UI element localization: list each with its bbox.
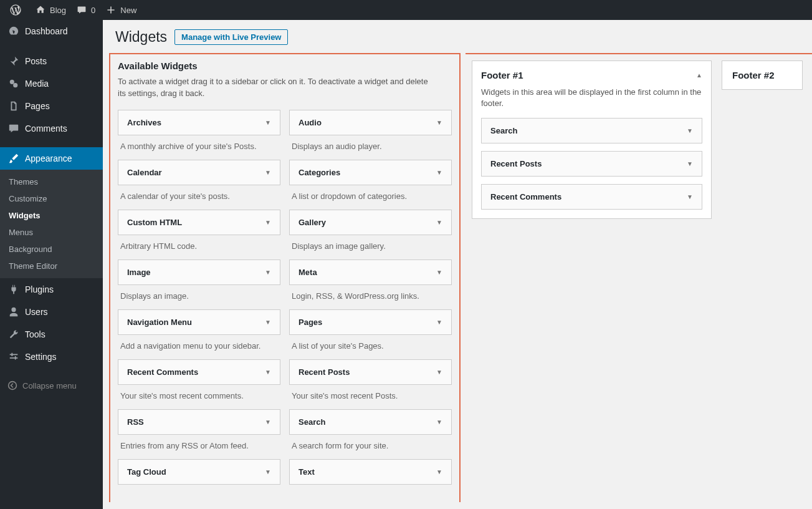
svg-point-0: [9, 382, 17, 390]
widget-title: Recent Comments: [490, 192, 561, 201]
submenu-background[interactable]: Background: [0, 241, 103, 258]
pages-icon: [7, 100, 20, 112]
widget-archives[interactable]: Archives▼: [118, 110, 280, 135]
footer2-title: Footer #2: [732, 70, 775, 80]
widget-desc: Login, RSS, & WordPress.org links.: [289, 285, 452, 309]
submenu-customize[interactable]: Customize: [0, 190, 103, 207]
new-label: New: [120, 6, 136, 15]
wp-logo-menu[interactable]: [5, 0, 30, 20]
widget-title: Calendar: [127, 168, 162, 177]
wrench-icon: [7, 328, 20, 341]
live-preview-button[interactable]: Manage with Live Preview: [174, 29, 288, 45]
menu-label: Tools: [25, 329, 45, 339]
chevron-down-icon: ▼: [436, 169, 442, 176]
widget-custom-html[interactable]: Custom HTML▼: [118, 210, 280, 235]
plus-icon: [105, 4, 117, 16]
widget-recent-posts[interactable]: Recent Posts▼: [289, 359, 452, 385]
comments-link[interactable]: 0: [71, 0, 100, 20]
chevron-up-icon: ▲: [696, 72, 702, 79]
sliders-icon: [7, 351, 20, 363]
footer1-desc: Widgets in this area will be displayed i…: [481, 87, 702, 109]
media-icon: [7, 77, 20, 90]
widget-pages[interactable]: Pages▼: [289, 309, 452, 335]
widget-desc: Entries from any RSS or Atom feed.: [118, 435, 280, 459]
submenu-widgets[interactable]: Widgets: [0, 207, 103, 224]
footer2-area[interactable]: Footer #2: [722, 61, 803, 90]
widget-title: Categories: [299, 168, 340, 177]
widget-title: Image: [127, 268, 151, 277]
chevron-down-icon: ▼: [436, 119, 442, 126]
menu-pages[interactable]: Pages: [0, 95, 103, 117]
menu-posts[interactable]: Posts: [0, 50, 103, 72]
widget-title: Meta: [299, 268, 317, 277]
menu-tools[interactable]: Tools: [0, 323, 103, 346]
widget-desc: A list of your site's Pages.: [289, 335, 452, 359]
menu-label: Comments: [25, 124, 67, 133]
chevron-down-icon: ▼: [265, 369, 271, 376]
page-title: Widgets: [115, 29, 167, 46]
chevron-down-icon: ▼: [265, 419, 271, 425]
available-widgets-desc: To activate a widget drag it to a sideba…: [118, 76, 429, 100]
collapse-menu[interactable]: Collapse menu: [0, 376, 103, 395]
chevron-down-icon: ▼: [265, 169, 271, 176]
menu-media[interactable]: Media: [0, 72, 103, 95]
menu-plugins[interactable]: Plugins: [0, 278, 103, 301]
new-content-link[interactable]: New: [100, 0, 141, 20]
menu-label: Appearance: [25, 153, 72, 163]
widget-image[interactable]: Image▼: [118, 259, 280, 285]
main-content: Widgets Manage with Live Preview Availab…: [103, 20, 812, 509]
menu-appearance[interactable]: Appearance: [0, 147, 103, 170]
footer1-header[interactable]: Footer #1 ▲: [481, 70, 702, 80]
widget-desc: Displays an image.: [118, 285, 280, 309]
widget-audio[interactable]: Audio▼: [289, 110, 452, 135]
footer1-area: Footer #1 ▲ Widgets in this area will be…: [472, 61, 712, 219]
available-widgets-panel: Available Widgets To activate a widget d…: [109, 53, 461, 502]
widget-calendar[interactable]: Calendar▼: [118, 160, 280, 185]
widget-gallery[interactable]: Gallery▼: [289, 210, 452, 235]
widget-meta[interactable]: Meta▼: [289, 259, 452, 285]
chevron-down-icon: ▼: [436, 468, 442, 475]
widget-desc: Displays an image gallery.: [289, 235, 452, 259]
widget-categories[interactable]: Categories▼: [289, 160, 452, 185]
wordpress-icon: [10, 4, 21, 16]
chevron-down-icon: ▼: [265, 468, 271, 475]
submenu-theme-editor[interactable]: Theme Editor: [0, 258, 103, 274]
widget-search[interactable]: Search▼: [289, 409, 452, 435]
submenu-themes[interactable]: Themes: [0, 173, 103, 190]
widget-title: Custom HTML: [127, 218, 182, 227]
widget-nav-menu[interactable]: Navigation Menu▼: [118, 309, 280, 335]
chevron-down-icon: ▼: [436, 419, 442, 425]
chevron-down-icon: ▼: [687, 127, 693, 134]
available-widgets-title: Available Widgets: [118, 61, 452, 71]
footer1-widget-search[interactable]: Search▼: [481, 118, 702, 143]
widget-desc: A calendar of your site's posts.: [118, 185, 280, 210]
plug-icon: [7, 283, 20, 296]
widget-title: RSS: [127, 417, 144, 427]
admin-sidebar: Dashboard Posts Media Pages Comments App…: [0, 20, 103, 509]
chevron-down-icon: ▼: [265, 269, 271, 276]
menu-settings[interactable]: Settings: [0, 346, 103, 368]
widget-desc: A monthly archive of your site's Posts.: [118, 135, 280, 160]
widget-title: Archives: [127, 118, 161, 127]
menu-label: Pages: [25, 101, 50, 111]
site-name-label: Blog: [50, 6, 66, 15]
chevron-down-icon: ▼: [265, 119, 271, 126]
widget-title: Recent Comments: [127, 367, 198, 377]
widget-title: Audio: [299, 118, 322, 127]
site-name-link[interactable]: Blog: [30, 0, 71, 20]
footer1-widget-recent-comments[interactable]: Recent Comments▼: [481, 184, 702, 210]
comment-icon: [76, 4, 87, 16]
widget-title: Gallery: [299, 218, 326, 227]
menu-users[interactable]: Users: [0, 301, 103, 323]
widget-desc: Add a navigation menu to your sidebar.: [118, 335, 280, 359]
widget-tag-cloud[interactable]: Tag Cloud▼: [118, 459, 280, 485]
submenu-menus[interactable]: Menus: [0, 224, 103, 241]
widget-desc: A search form for your site.: [289, 435, 452, 459]
user-icon: [7, 306, 20, 318]
menu-dashboard[interactable]: Dashboard: [0, 20, 103, 42]
footer1-widget-recent-posts[interactable]: Recent Posts▼: [481, 151, 702, 177]
menu-comments[interactable]: Comments: [0, 117, 103, 140]
widget-rss[interactable]: RSS▼: [118, 409, 280, 435]
widget-text[interactable]: Text▼: [289, 459, 452, 485]
widget-recent-comments[interactable]: Recent Comments▼: [118, 359, 280, 385]
